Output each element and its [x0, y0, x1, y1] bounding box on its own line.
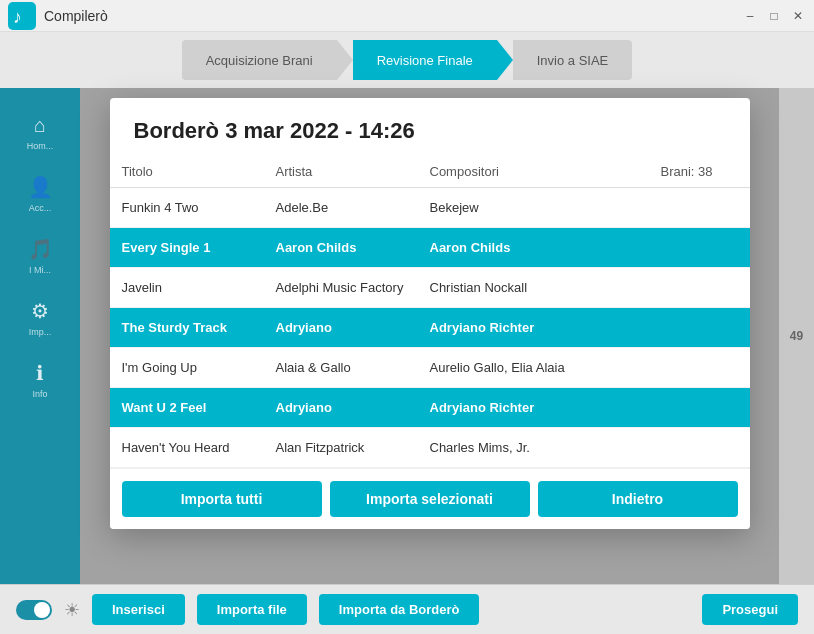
- modal-overlay: Borderò 3 mar 2022 - 14:26 Titolo Artist…: [80, 88, 779, 584]
- step-invio-label: Invio a SIAE: [537, 53, 609, 68]
- titlebar: ♪ Compilerò – □ ✕: [0, 0, 814, 32]
- titlebar-controls: – □ ✕: [742, 8, 806, 24]
- home-icon: ⌂: [34, 114, 46, 137]
- inserisci-button[interactable]: Inserisci: [92, 594, 185, 625]
- row-titolo: Funkin 4 Two: [122, 200, 276, 215]
- table-row[interactable]: Every Single 1 Aaron Childs Aaron Childs: [110, 228, 750, 268]
- minimize-button[interactable]: –: [742, 8, 758, 24]
- row-artista: Alan Fitzpatrick: [276, 440, 430, 455]
- step-arrow-1: [337, 40, 353, 80]
- row-artista: Aaron Childs: [276, 240, 430, 255]
- row-titolo: Javelin: [122, 280, 276, 295]
- right-strip: 49: [779, 88, 814, 584]
- row-compositori: Aaron Childs: [430, 240, 661, 255]
- row-titolo: Haven't You Heard: [122, 440, 276, 455]
- row-artista: Adele.Be: [276, 200, 430, 215]
- sidebar-item-info[interactable]: ℹ Info: [0, 351, 80, 409]
- modal-header: Borderò 3 mar 2022 - 14:26: [110, 98, 750, 156]
- toggle-switch[interactable]: [16, 600, 52, 620]
- sidebar-item-miei[interactable]: 🎵 I Mi...: [0, 227, 80, 285]
- maximize-button[interactable]: □: [766, 8, 782, 24]
- table-row[interactable]: Funkin 4 Two Adele.Be Bekejew: [110, 188, 750, 228]
- svg-text:♪: ♪: [13, 7, 22, 27]
- row-artista: Adryiano: [276, 400, 430, 415]
- sidebar-home-label: Hom...: [27, 141, 54, 151]
- step-acquisizione[interactable]: Acquisizione Brani: [182, 40, 337, 80]
- importa-bordero-button[interactable]: Importa da Borderò: [319, 594, 480, 625]
- sidebar: ⌂ Hom... 👤 Acc... 🎵 I Mi... ⚙ Imp... ℹ I…: [0, 88, 80, 584]
- row-artista: Alaia & Gallo: [276, 360, 430, 375]
- row-compositori: Bekejew: [430, 200, 661, 215]
- sidebar-item-account[interactable]: 👤 Acc...: [0, 165, 80, 223]
- row-compositori: Aurelio Gallo, Elia Alaia: [430, 360, 661, 375]
- table-row[interactable]: I'm Going Up Alaia & Gallo Aurelio Gallo…: [110, 348, 750, 388]
- main-layout: ⌂ Hom... 👤 Acc... 🎵 I Mi... ⚙ Imp... ℹ I…: [0, 88, 814, 584]
- step-acquisizione-label: Acquisizione Brani: [206, 53, 313, 68]
- table-header: Titolo Artista Compositori Brani: 38: [110, 156, 750, 188]
- row-compositori: Adryiano Richter: [430, 320, 661, 335]
- table-row[interactable]: The Sturdy Track Adryiano Adryiano Richt…: [110, 308, 750, 348]
- app-logo: ♪: [8, 2, 36, 30]
- sun-icon: ☀: [64, 599, 80, 621]
- row-artista: Adryiano: [276, 320, 430, 335]
- step-arrow-2: [497, 40, 513, 80]
- titlebar-left: ♪ Compilerò: [8, 2, 108, 30]
- row-titolo: Every Single 1: [122, 240, 276, 255]
- col-compositori-header: Compositori: [430, 164, 661, 179]
- row-compositori: Charles Mims, Jr.: [430, 440, 661, 455]
- modal-footer: Importa tutti Importa selezionati Indiet…: [110, 468, 750, 529]
- sidebar-account-label: Acc...: [29, 203, 52, 213]
- row-titolo: I'm Going Up: [122, 360, 276, 375]
- row-compositori: Christian Nockall: [430, 280, 661, 295]
- row-titolo: Want U 2 Feel: [122, 400, 276, 415]
- stepper: Acquisizione Brani Revisione Finale Invi…: [0, 32, 814, 88]
- right-strip-number: 49: [790, 329, 803, 343]
- modal-dialog: Borderò 3 mar 2022 - 14:26 Titolo Artist…: [110, 98, 750, 529]
- sidebar-item-impostazioni[interactable]: ⚙ Imp...: [0, 289, 80, 347]
- modal-title: Borderò 3 mar 2022 - 14:26: [134, 118, 726, 144]
- col-titolo-header: Titolo: [122, 164, 276, 179]
- table-row[interactable]: Haven't You Heard Alan Fitzpatrick Charl…: [110, 428, 750, 468]
- row-compositori: Adryiano Richter: [430, 400, 661, 415]
- modal-body[interactable]: Funkin 4 Two Adele.Be Bekejew Every Sing…: [110, 188, 750, 468]
- table-row[interactable]: Javelin Adelphi Music Factory Christian …: [110, 268, 750, 308]
- col-artista-header: Artista: [276, 164, 430, 179]
- table-row[interactable]: Want U 2 Feel Adryiano Adryiano Richter: [110, 388, 750, 428]
- app-title: Compilerò: [44, 8, 108, 24]
- row-titolo: The Sturdy Track: [122, 320, 276, 335]
- step-invio[interactable]: Invio a SIAE: [513, 40, 633, 80]
- col-brani-header: Brani: 38: [661, 164, 738, 179]
- music-icon: 🎵: [28, 237, 53, 261]
- sidebar-info-label: Info: [32, 389, 47, 399]
- sidebar-miei-label: I Mi...: [29, 265, 51, 275]
- gear-icon: ⚙: [31, 299, 49, 323]
- toggle-knob: [34, 602, 50, 618]
- prosegui-button[interactable]: Prosegui: [702, 594, 798, 625]
- importa-tutti-button[interactable]: Importa tutti: [122, 481, 322, 517]
- account-icon: 👤: [28, 175, 53, 199]
- step-revisione-label: Revisione Finale: [377, 53, 473, 68]
- importa-selezionati-button[interactable]: Importa selezionati: [330, 481, 530, 517]
- bottom-toolbar: ☀ Inserisci Importa file Importa da Bord…: [0, 584, 814, 634]
- row-artista: Adelphi Music Factory: [276, 280, 430, 295]
- indietro-button[interactable]: Indietro: [538, 481, 738, 517]
- close-button[interactable]: ✕: [790, 8, 806, 24]
- importa-file-button[interactable]: Importa file: [197, 594, 307, 625]
- sidebar-impostazioni-label: Imp...: [29, 327, 52, 337]
- step-revisione[interactable]: Revisione Finale: [353, 40, 497, 80]
- sidebar-item-home[interactable]: ⌂ Hom...: [0, 104, 80, 161]
- info-icon: ℹ: [36, 361, 44, 385]
- content-area: Borderò 3 mar 2022 - 14:26 Titolo Artist…: [80, 88, 779, 584]
